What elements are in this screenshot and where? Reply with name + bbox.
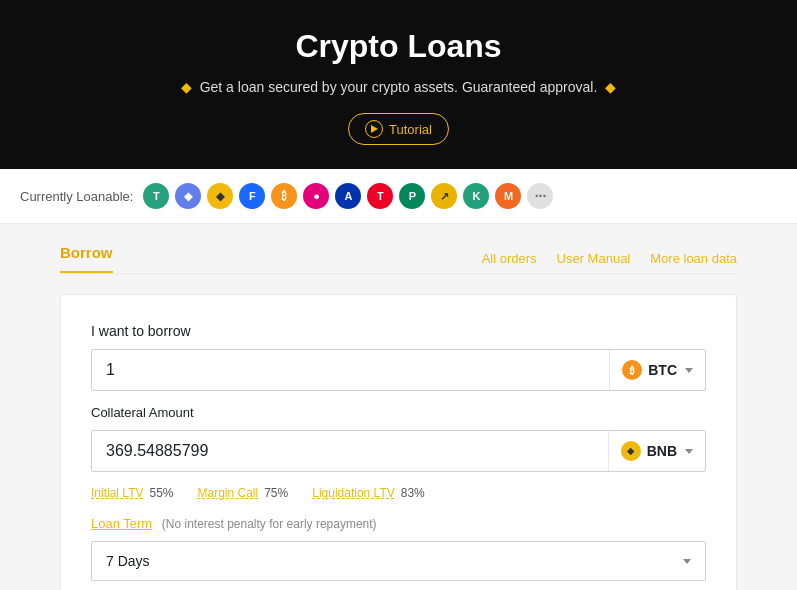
collateral-section-label: Collateral Amount — [91, 405, 706, 420]
collateral-input-row: 369.54885799 ◆ BNB — [91, 430, 706, 472]
hero-section: Crypto Loans ◆ Get a loan secured by you… — [0, 0, 797, 169]
liquidation-ltv-value: 83% — [401, 486, 425, 500]
collateral-currency-chevron-icon — [685, 449, 693, 454]
borrow-currency-label: BTC — [648, 362, 677, 378]
bnb-currency-icon: ◆ — [621, 441, 641, 461]
coin-eth[interactable]: ◆ — [175, 183, 201, 209]
loan-term-link[interactable]: Loan Term — [91, 516, 152, 531]
tab-link-more-loan-data[interactable]: More loan data — [650, 251, 737, 266]
play-icon — [365, 120, 383, 138]
loan-term-value: 7 Days — [106, 553, 150, 569]
ltv-row: Initial LTV 55% Margin Call 75% Liquidat… — [91, 486, 706, 500]
initial-ltv-item: Initial LTV 55% — [91, 486, 174, 500]
margin-call-value: 75% — [264, 486, 288, 500]
play-triangle-icon — [371, 125, 378, 133]
tab-link-all-orders[interactable]: All orders — [482, 251, 537, 266]
margin-call-item: Margin Call 75% — [198, 486, 289, 500]
tabs-row: Borrow All orders User Manual More loan … — [60, 244, 737, 274]
borrow-card: I want to borrow 1 ₿ BTC Collateral Amou… — [60, 294, 737, 590]
page-title: Crypto Loans — [20, 28, 777, 65]
loan-term-note: (No interest penalty for early repayment… — [162, 517, 377, 531]
borrow-section-label: I want to borrow — [91, 323, 706, 339]
loanable-bar: Currently Loanable: T ◆ ◆ F ₿ ● A T P ↗ … — [0, 169, 797, 224]
coin-bnb[interactable]: ◆ — [207, 183, 233, 209]
coin-ada[interactable]: A — [335, 183, 361, 209]
borrow-currency-selector[interactable]: ₿ BTC — [609, 350, 705, 390]
collateral-amount-input[interactable]: 369.54885799 — [92, 432, 608, 470]
tab-link-user-manual[interactable]: User Manual — [557, 251, 631, 266]
coin-kcs[interactable]: K — [463, 183, 489, 209]
hero-subtitle: ◆ Get a loan secured by your crypto asse… — [20, 79, 777, 95]
tab-borrow[interactable]: Borrow — [60, 244, 113, 273]
collateral-currency-label: BNB — [647, 443, 677, 459]
coin-ftm[interactable]: F — [239, 183, 265, 209]
tab-links: All orders User Manual More loan data — [482, 251, 737, 266]
coin-more[interactable]: ··· — [527, 183, 553, 209]
diamond-right-icon: ◆ — [605, 79, 616, 95]
coin-tether[interactable]: T — [143, 183, 169, 209]
collateral-currency-selector[interactable]: ◆ BNB — [608, 431, 705, 471]
liquidation-ltv-item: Liquidation LTV 83% — [312, 486, 425, 500]
coin-trx[interactable]: T — [367, 183, 393, 209]
borrow-input-row: 1 ₿ BTC — [91, 349, 706, 391]
diamond-left-icon: ◆ — [181, 79, 192, 95]
borrow-currency-chevron-icon — [685, 368, 693, 373]
loan-term-select[interactable]: 7 Days — [91, 541, 706, 581]
coin-xmr[interactable]: M — [495, 183, 521, 209]
btc-currency-icon: ₿ — [622, 360, 642, 380]
tutorial-button[interactable]: Tutorial — [348, 113, 449, 145]
main-content: Borrow All orders User Manual More loan … — [0, 224, 797, 590]
loan-term-chevron-icon — [683, 559, 691, 564]
loan-term-label-row: Loan Term (No interest penalty for early… — [91, 516, 706, 531]
initial-ltv-value: 55% — [149, 486, 173, 500]
loanable-label: Currently Loanable: — [20, 189, 133, 204]
borrow-amount-input[interactable]: 1 — [92, 351, 609, 389]
coin-btc[interactable]: ₿ — [271, 183, 297, 209]
coin-dot[interactable]: ● — [303, 183, 329, 209]
initial-ltv-label[interactable]: Initial LTV — [91, 486, 143, 500]
margin-call-label[interactable]: Margin Call — [198, 486, 259, 500]
liquidation-ltv-label[interactable]: Liquidation LTV — [312, 486, 395, 500]
coin-pax[interactable]: P — [399, 183, 425, 209]
coin-bsv[interactable]: ↗ — [431, 183, 457, 209]
coin-icons-list: T ◆ ◆ F ₿ ● A T P ↗ K M ··· — [143, 183, 553, 209]
